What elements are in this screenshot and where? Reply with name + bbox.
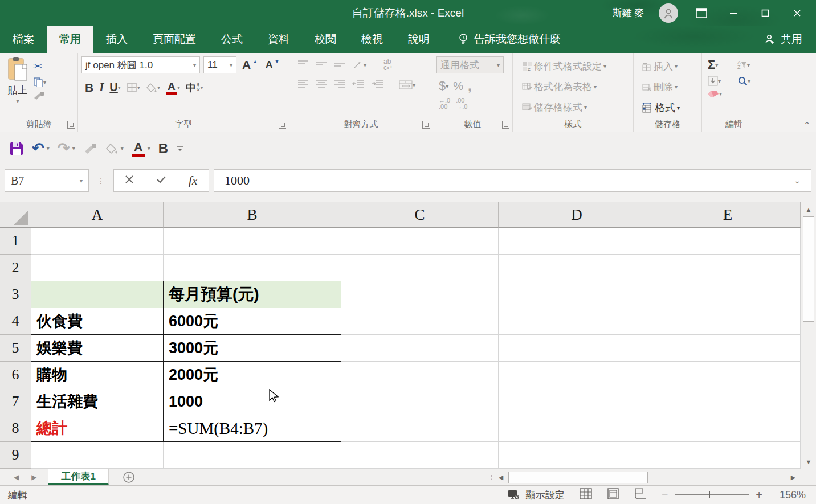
cell-A3[interactable] — [31, 281, 164, 308]
cell-D1[interactable] — [499, 228, 655, 255]
close-button[interactable] — [789, 5, 806, 22]
sort-filter-button[interactable]: AZ ▾ — [737, 58, 767, 72]
shrink-font-button[interactable]: A▼ — [263, 56, 281, 73]
scroll-up-arrow-icon[interactable]: ▲ — [801, 202, 816, 216]
cell-E1[interactable] — [655, 228, 801, 255]
cell-C8[interactable] — [341, 415, 499, 442]
zoom-percentage[interactable]: 156% — [777, 489, 806, 501]
cell-A7[interactable]: 生活雜費 — [31, 388, 164, 415]
font-dialog-launcher[interactable] — [279, 121, 286, 129]
align-left-button[interactable] — [297, 79, 309, 91]
cell-C9[interactable] — [341, 442, 499, 469]
cell-B6[interactable]: 2000元 — [164, 362, 341, 388]
merge-center-button[interactable]: ▾ — [399, 80, 415, 89]
cell-styles-button[interactable]: 儲存格樣式▾ — [520, 100, 631, 115]
cell-E2[interactable] — [655, 255, 801, 281]
tab-page-layout[interactable]: 頁面配置 — [140, 26, 209, 53]
cell-E5[interactable] — [655, 335, 801, 362]
align-right-button[interactable] — [334, 79, 345, 91]
name-box[interactable]: B7 ▾ — [5, 169, 89, 192]
cell-B2[interactable] — [164, 255, 341, 281]
tab-home[interactable]: 常用 — [47, 26, 93, 53]
sheet-tab-worksheet1[interactable]: 工作表1 — [48, 469, 108, 485]
qat-bold-button[interactable]: B — [158, 141, 168, 157]
cell-B4[interactable]: 6000元 — [164, 308, 341, 335]
conditional-formatting-button[interactable]: ≠ 條件式格式設定▾ — [520, 59, 631, 74]
sheet-nav-prev-icon[interactable]: ◀ — [14, 473, 19, 481]
comma-style-button[interactable]: , — [468, 78, 472, 94]
scroll-down-arrow-icon[interactable]: ▼ — [801, 454, 816, 469]
fill-button[interactable]: ▾ — [708, 76, 737, 86]
paste-button[interactable]: 貼上 ▾ — [3, 56, 28, 104]
insert-function-button[interactable]: fx — [189, 173, 198, 188]
align-top-button[interactable] — [297, 60, 309, 70]
cell-A6[interactable]: 購物 — [31, 362, 164, 388]
qat-fill-color-button[interactable]: ▾ — [105, 143, 124, 154]
redo-button[interactable]: ↷▾ — [58, 140, 75, 157]
horizontal-scrollbar-thumb[interactable] — [508, 472, 648, 483]
cell-B9[interactable] — [164, 442, 341, 469]
increase-indent-button[interactable] — [372, 79, 384, 91]
cell-D2[interactable] — [499, 255, 655, 281]
align-center-button[interactable] — [316, 79, 327, 91]
cell-E8[interactable] — [655, 415, 801, 442]
col-header-A[interactable]: A — [31, 202, 164, 228]
scroll-left-arrow-icon[interactable]: ◀ — [493, 474, 508, 481]
row-header-4[interactable]: 4 — [0, 308, 31, 335]
qat-font-color-button[interactable]: A ▾ — [132, 140, 150, 157]
tab-data[interactable]: 資料 — [255, 26, 302, 53]
display-settings-button[interactable]: 顯示設定 — [508, 489, 565, 502]
vertical-scrollbar-thumb[interactable] — [803, 216, 814, 322]
cell-D9[interactable] — [499, 442, 655, 469]
cell-D3[interactable] — [499, 281, 655, 308]
cell-A8-total[interactable]: 總計 — [31, 415, 164, 442]
format-cells-button[interactable]: 格式▾ — [639, 100, 699, 116]
cell-B3[interactable]: 每月預算(元) — [164, 281, 341, 308]
number-format-combo[interactable]: 通用格式▾ — [436, 56, 504, 73]
row-header-5[interactable]: 5 — [0, 335, 31, 362]
cell-C7[interactable] — [341, 388, 499, 415]
cell-A2[interactable] — [31, 255, 164, 281]
accounting-format-button[interactable]: $▾ — [439, 79, 448, 93]
clear-button[interactable]: ▾ — [708, 89, 737, 97]
qat-format-painter-button[interactable] — [83, 143, 97, 154]
borders-button[interactable]: ▾ — [127, 82, 140, 93]
cell-C3[interactable] — [341, 281, 499, 308]
cell-C1[interactable] — [341, 228, 499, 255]
orientation-button[interactable]: ▾ — [352, 60, 366, 70]
copy-button[interactable]: ▾ — [33, 77, 46, 87]
font-color-button[interactable]: A▾ — [166, 80, 180, 95]
undo-button[interactable]: ↶▾ — [32, 140, 50, 157]
tab-formulas[interactable]: 公式 — [209, 26, 255, 53]
save-button[interactable] — [9, 141, 24, 156]
zoom-in-button[interactable]: + — [756, 489, 762, 502]
clipboard-dialog-launcher[interactable] — [67, 121, 75, 129]
cell-D4[interactable] — [499, 308, 655, 335]
col-header-B[interactable]: B — [164, 202, 341, 228]
cell-D6[interactable] — [499, 362, 655, 388]
delete-cells-button[interactable]: 刪除▾ — [639, 79, 699, 95]
format-as-table-button[interactable]: 格式化為表格▾ — [520, 79, 631, 95]
wrap-text-button[interactable]: abc↵ — [383, 59, 393, 71]
col-header-C[interactable]: C — [341, 202, 499, 228]
bold-button[interactable]: B — [85, 81, 93, 95]
alignment-dialog-launcher[interactable] — [422, 121, 430, 129]
cell-B7-editing[interactable]: 1000 — [164, 388, 341, 415]
align-middle-button[interactable] — [316, 60, 327, 70]
tell-me-box[interactable]: 告訴我您想做什麼 — [458, 26, 561, 53]
align-bottom-button[interactable] — [334, 60, 345, 70]
cell-C2[interactable] — [341, 255, 499, 281]
cell-A4[interactable]: 伙食費 — [31, 308, 164, 335]
zoom-out-button[interactable]: − — [662, 489, 668, 502]
insert-cells-button[interactable]: 插入▾ — [639, 59, 699, 74]
cell-B5[interactable]: 3000元 — [164, 335, 341, 362]
cell-E6[interactable] — [655, 362, 801, 388]
cell-B8-formula[interactable]: =SUM(B4:B7) — [164, 415, 341, 442]
row-header-7[interactable]: 7 — [0, 388, 31, 415]
underline-button[interactable]: U▾ — [109, 81, 120, 94]
number-dialog-launcher[interactable] — [502, 121, 509, 129]
maximize-button[interactable] — [757, 5, 774, 22]
tab-insert[interactable]: 插入 — [93, 26, 140, 53]
percent-style-button[interactable]: % — [453, 80, 463, 93]
cell-A5[interactable]: 娛樂費 — [31, 335, 164, 362]
